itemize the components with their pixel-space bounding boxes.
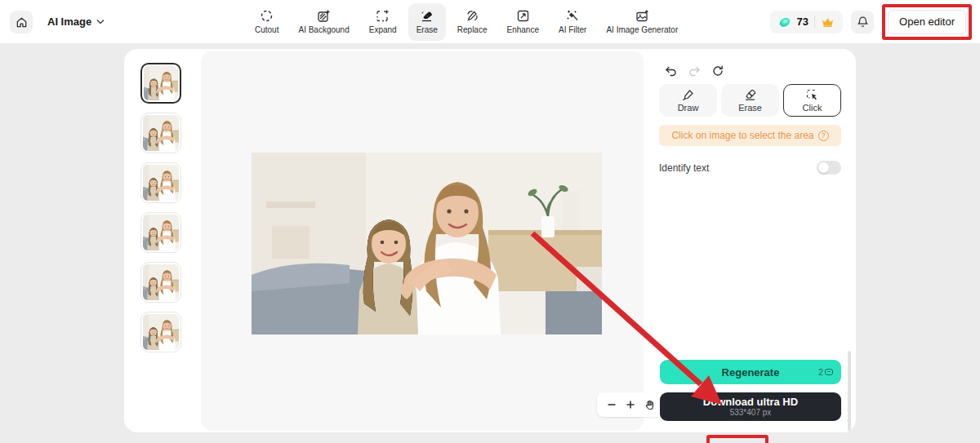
erase-icon	[420, 9, 434, 23]
instruction-notice: Click on image to select the area ?	[659, 125, 841, 146]
thumbnail-6[interactable]	[140, 312, 181, 352]
thumbnail-image	[143, 264, 179, 300]
tool-label: Enhance	[506, 25, 538, 34]
enhance-icon	[516, 9, 530, 23]
draw-brush-icon	[682, 89, 694, 101]
identify-text-label: Identify text	[659, 162, 709, 174]
panel-scrollbar[interactable]	[848, 351, 851, 431]
mode-erase-button[interactable]: Erase	[721, 84, 779, 117]
mode-draw-button[interactable]: Draw	[659, 84, 717, 117]
family-photo	[252, 153, 602, 334]
tool-label: AI Filter	[559, 25, 586, 34]
tool-expand[interactable]: Expand	[361, 3, 405, 41]
download-label: Download ultra HD	[703, 396, 798, 408]
minus-icon	[607, 400, 617, 410]
replace-icon	[466, 9, 479, 23]
chevron-down-icon	[96, 19, 105, 24]
refresh-icon	[712, 65, 724, 77]
mode-label: Draw	[678, 103, 699, 113]
help-icon[interactable]: ?	[818, 131, 829, 141]
credits-count: 73	[797, 16, 808, 28]
undo-button[interactable]	[663, 64, 678, 78]
erase-mode-icon	[744, 89, 756, 101]
zoom-in-button[interactable]	[622, 396, 639, 413]
home-icon	[16, 16, 28, 29]
thumbnail-1-selected[interactable]	[140, 63, 181, 104]
tool-label: Erase	[416, 25, 438, 34]
notifications-button[interactable]	[851, 11, 874, 33]
ai-filter-icon	[566, 9, 580, 23]
download-size: 533*407 px	[730, 408, 772, 418]
app-menu[interactable]: AI Image	[47, 0, 105, 43]
click-select-icon	[806, 89, 818, 101]
tools-toolbar: Cutout AI Backgound Expand Erase Replace…	[247, 0, 686, 43]
thumbnail-3[interactable]	[140, 162, 181, 203]
undo-icon	[665, 66, 677, 77]
regenerate-button[interactable]: Regenerate 2	[660, 360, 841, 384]
thumbnail-image	[144, 66, 178, 100]
cutout-icon	[260, 9, 274, 23]
toggle-knob	[818, 162, 829, 173]
expand-icon	[376, 9, 390, 23]
redo-button[interactable]	[687, 64, 702, 78]
tool-cutout[interactable]: Cutout	[247, 3, 287, 41]
regenerate-cost: 2	[818, 367, 833, 377]
editor-canvas[interactable]	[201, 51, 644, 431]
cost-coin-icon	[825, 369, 833, 375]
plus-icon	[626, 400, 635, 410]
tool-label: Cutout	[255, 25, 278, 34]
tool-erase[interactable]: Erase	[408, 3, 446, 41]
top-bar: AI Image Cutout AI Backgound Expand Eras…	[0, 0, 980, 43]
tool-ai-filter[interactable]: AI Filter	[550, 3, 595, 41]
thumbnail-image	[143, 115, 179, 151]
thumbnail-5[interactable]	[140, 262, 181, 303]
top-right-cluster: 73 Open editor	[770, 0, 972, 43]
home-button[interactable]	[10, 11, 33, 33]
refresh-button[interactable]	[710, 64, 725, 78]
mode-click-button[interactable]: Click	[783, 84, 841, 117]
zoom-out-button[interactable]	[604, 396, 620, 413]
tool-label: Replace	[457, 25, 488, 34]
tool-label: AI Backgound	[298, 25, 349, 34]
view-buttons-highlight-box	[706, 435, 768, 443]
ai-image-editor-app: AI Image Cutout AI Backgound Expand Eras…	[0, 0, 980, 443]
thumbnail-2[interactable]	[140, 113, 181, 153]
mode-label: Click	[803, 103, 822, 113]
ai-image-generator-icon	[635, 9, 649, 23]
thumbnail-rail	[140, 63, 181, 352]
ai-background-icon	[317, 9, 331, 23]
coin-icon	[778, 16, 791, 28]
tool-ai-image-generator[interactable]: AI Image Generator	[598, 3, 686, 41]
tool-ai-background[interactable]: AI Backgound	[290, 3, 357, 41]
open-editor-highlight-box: Open editor	[882, 4, 972, 40]
download-ultra-hd-button[interactable]: Download ultra HD 533*407 px	[660, 392, 841, 421]
notice-text: Click on image to select the area	[671, 130, 813, 141]
identify-text-toggle[interactable]	[817, 161, 841, 175]
photo-canvas-image[interactable]	[252, 153, 602, 334]
thumbnail-4[interactable]	[140, 212, 181, 253]
mode-label: Erase	[738, 103, 762, 113]
tool-label: AI Image Generator	[606, 25, 678, 34]
workspace-card: Draw Erase Click Click on image to selec…	[124, 49, 856, 432]
credits-divider	[814, 16, 815, 28]
regenerate-label: Regenerate	[722, 366, 780, 379]
open-editor-button[interactable]: Open editor	[888, 10, 966, 34]
thumbnail-image	[143, 314, 179, 350]
tool-enhance[interactable]: Enhance	[498, 3, 546, 41]
zoom-controls	[597, 392, 664, 417]
pan-button[interactable]	[641, 396, 657, 413]
cost-count: 2	[818, 367, 823, 377]
identify-text-row: Identify text	[659, 161, 841, 175]
history-controls	[663, 64, 725, 78]
thumbnail-image	[143, 165, 179, 201]
app-menu-label: AI Image	[47, 16, 91, 28]
redo-icon	[688, 66, 701, 77]
bell-icon	[857, 16, 869, 28]
tool-replace[interactable]: Replace	[449, 3, 496, 41]
selection-mode-buttons: Draw Erase Click	[659, 84, 841, 117]
tool-label: Expand	[369, 25, 397, 34]
crown-icon	[821, 16, 835, 28]
hand-icon	[644, 400, 655, 410]
credits-pill[interactable]: 73	[770, 11, 843, 33]
thumbnail-image	[143, 215, 179, 250]
